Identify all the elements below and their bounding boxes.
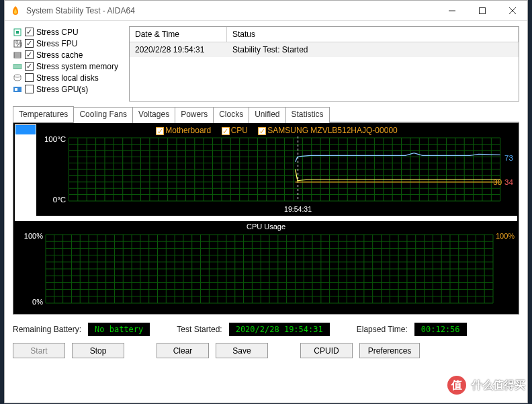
legend-motherboard-label: Motherboard — [165, 126, 211, 135]
app-icon — [10, 5, 21, 16]
battery-value: No battery — [88, 323, 150, 336]
stress-cpu-checkbox[interactable] — [25, 28, 34, 36]
stress-fpu-label: Stress FPU — [36, 39, 77, 48]
disk-icon — [13, 73, 22, 83]
titlebar[interactable]: System Stability Test - AIDA64 — [5, 1, 527, 21]
watermark: 值 什么值得买 — [447, 376, 525, 395]
legend-cpu-checkbox[interactable] — [222, 127, 230, 135]
cache-icon — [13, 50, 22, 60]
battery-label: Remaining Battery: — [13, 325, 81, 334]
tab-unified[interactable]: Unified — [249, 107, 285, 123]
log-header-datetime[interactable]: Date & Time — [130, 27, 227, 42]
svg-text:73: 73 — [504, 154, 513, 162]
tab-cooling-fans[interactable]: Cooling Fans — [73, 107, 133, 123]
svg-text:100%: 100% — [496, 232, 515, 240]
svg-text:19:54:31: 19:54:31 — [284, 206, 312, 213]
legend-motherboard-checkbox[interactable] — [156, 127, 164, 135]
preferences-button[interactable]: Preferences — [359, 343, 420, 358]
log-row[interactable]: 2020/2/28 19:54:31 Stability Test: Start… — [130, 42, 519, 57]
legend-ssd-label: SAMSUNG MZVLB512HAJQ-00000 — [267, 126, 397, 135]
elapsed-label: Elapsed Time: — [357, 325, 408, 334]
stop-button[interactable]: Stop — [72, 343, 124, 358]
cpu-usage-chart: CPU Usage 100% 0% 100% — [15, 221, 517, 313]
elapsed-value: 00:12:56 — [414, 323, 467, 336]
temperature-chart: Motherboard CPU SAMSUNG MZVLB512HAJQ-000… — [36, 124, 517, 216]
watermark-logo: 值 — [447, 376, 466, 395]
stress-memory-label: Stress system memory — [36, 62, 118, 71]
app-window: System Stability Test - AIDA64 Stress CP… — [4, 0, 528, 403]
svg-point-18 — [14, 75, 21, 77]
svg-text:0°C: 0°C — [53, 196, 66, 204]
test-started-label: Test Started: — [177, 325, 222, 334]
clear-button[interactable]: Clear — [157, 343, 209, 358]
stress-fpu-checkbox[interactable] — [25, 39, 34, 48]
cpu-usage-title: CPU Usage — [15, 223, 517, 231]
stress-disks-label: Stress local disks — [36, 73, 99, 83]
fpu-icon: % — [13, 39, 22, 48]
svg-text:0%: 0% — [32, 298, 43, 306]
tab-statistics[interactable]: Statistics — [285, 107, 330, 123]
stress-cache-checkbox[interactable] — [25, 50, 34, 59]
log-panel: Date & Time Status 2020/2/28 19:54:31 St… — [129, 26, 519, 102]
gpu-icon — [13, 85, 22, 94]
stress-cpu-label: Stress CPU — [36, 28, 79, 37]
tabs: Temperatures Cooling Fans Voltages Power… — [13, 106, 519, 122]
stress-cache-label: Stress cache — [36, 50, 83, 60]
svg-rect-1 — [479, 7, 485, 13]
maximize-button[interactable] — [467, 1, 497, 20]
stress-disks-checkbox[interactable] — [25, 73, 34, 82]
legend-cpu-label: CPU — [231, 126, 248, 135]
svg-rect-20 — [15, 88, 17, 91]
tab-powers[interactable]: Powers — [175, 107, 214, 123]
svg-rect-5 — [16, 31, 19, 34]
charts-container: Motherboard CPU SAMSUNG MZVLB512HAJQ-000… — [13, 122, 519, 315]
legend-ssd-checkbox[interactable] — [258, 127, 266, 135]
start-button[interactable]: Start — [13, 343, 65, 358]
cpu-icon — [13, 28, 22, 37]
button-row: Start Stop Clear Save CPUID Preferences — [13, 343, 519, 358]
window-title: System Stability Test - AIDA64 — [26, 6, 437, 15]
svg-text:100%: 100% — [24, 232, 43, 240]
status-bar: Remaining Battery: No battery Test Start… — [13, 323, 519, 336]
stress-gpu-checkbox[interactable] — [25, 85, 34, 93]
stress-memory-checkbox[interactable] — [25, 62, 34, 71]
memory-icon — [13, 62, 22, 71]
close-button[interactable] — [497, 1, 527, 20]
log-cell-datetime: 2020/2/28 19:54:31 — [130, 42, 227, 57]
cpuid-button[interactable]: CPUID — [300, 343, 353, 358]
svg-text:100°C: 100°C — [44, 135, 66, 143]
tab-temperatures[interactable]: Temperatures — [13, 106, 74, 122]
tab-voltages[interactable]: Voltages — [132, 107, 175, 123]
test-started-value: 2020/2/28 19:54:31 — [229, 323, 330, 336]
stress-gpu-label: Stress GPU(s) — [36, 85, 88, 94]
svg-text:30: 30 — [493, 178, 502, 186]
log-header-status[interactable]: Status — [227, 27, 519, 42]
svg-text:34: 34 — [504, 178, 513, 186]
save-button[interactable]: Save — [216, 343, 268, 358]
sensor-selector[interactable] — [15, 124, 36, 216]
log-cell-status: Stability Test: Started — [227, 42, 519, 57]
minimize-button[interactable] — [437, 1, 467, 20]
svg-text:%: % — [15, 39, 22, 48]
tab-clocks[interactable]: Clocks — [213, 107, 249, 123]
watermark-text: 什么值得买 — [472, 378, 525, 393]
stress-options-panel: Stress CPU %Stress FPU Stress cache Stre… — [13, 26, 124, 102]
